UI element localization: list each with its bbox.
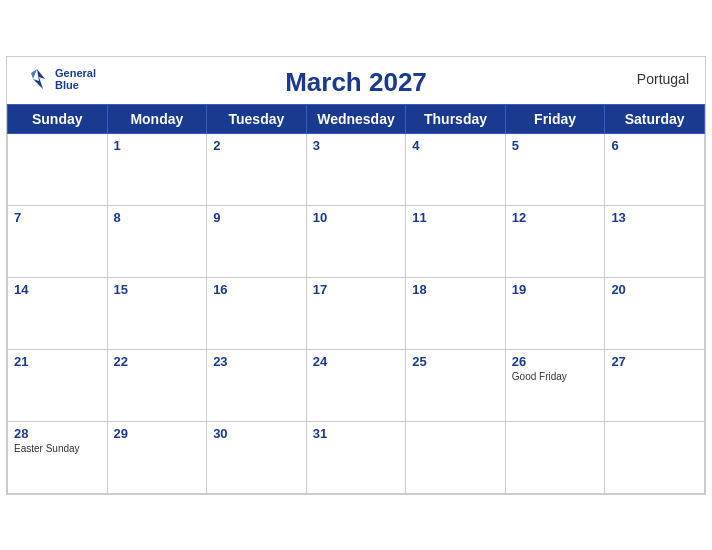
calendar-day-cell: [605, 421, 705, 493]
calendar-day-cell: 14: [8, 277, 108, 349]
day-number: 15: [114, 282, 201, 297]
day-number: 2: [213, 138, 300, 153]
day-number: 4: [412, 138, 499, 153]
col-monday: Monday: [107, 104, 207, 133]
calendar-day-cell: 7: [8, 205, 108, 277]
calendar-day-cell: 11: [406, 205, 506, 277]
calendar-week-row: 123456: [8, 133, 705, 205]
calendar-day-cell: 21: [8, 349, 108, 421]
calendar-day-cell: 23: [207, 349, 307, 421]
day-number: 13: [611, 210, 698, 225]
calendar-day-cell: 29: [107, 421, 207, 493]
logo-bird-icon: [23, 65, 51, 93]
day-number: 20: [611, 282, 698, 297]
day-number: 30: [213, 426, 300, 441]
day-number: 12: [512, 210, 599, 225]
calendar-day-cell: 5: [505, 133, 605, 205]
day-number: 28: [14, 426, 101, 441]
calendar-day-cell: 12: [505, 205, 605, 277]
col-tuesday: Tuesday: [207, 104, 307, 133]
calendar-week-row: 14151617181920: [8, 277, 705, 349]
col-saturday: Saturday: [605, 104, 705, 133]
calendar-day-cell: 26Good Friday: [505, 349, 605, 421]
logo-text: General Blue: [55, 67, 96, 91]
day-number: 31: [313, 426, 400, 441]
calendar-day-cell: 22: [107, 349, 207, 421]
day-number: 8: [114, 210, 201, 225]
calendar-week-row: 78910111213: [8, 205, 705, 277]
calendar-day-cell: 1: [107, 133, 207, 205]
day-number: 11: [412, 210, 499, 225]
day-number: 26: [512, 354, 599, 369]
calendar-day-cell: 10: [306, 205, 406, 277]
calendar-day-cell: 13: [605, 205, 705, 277]
calendar-day-cell: 31: [306, 421, 406, 493]
calendar-day-cell: 8: [107, 205, 207, 277]
col-thursday: Thursday: [406, 104, 506, 133]
day-number: 24: [313, 354, 400, 369]
weekday-header-row: Sunday Monday Tuesday Wednesday Thursday…: [8, 104, 705, 133]
calendar-week-row: 28Easter Sunday293031: [8, 421, 705, 493]
day-number: 21: [14, 354, 101, 369]
calendar-day-cell: [505, 421, 605, 493]
country-label: Portugal: [637, 71, 689, 87]
calendar-day-cell: 4: [406, 133, 506, 205]
logo: General Blue: [23, 65, 96, 93]
day-number: 17: [313, 282, 400, 297]
calendar-container: General Blue March 2027 Portugal Sunday …: [6, 56, 706, 495]
day-number: 5: [512, 138, 599, 153]
day-number: 29: [114, 426, 201, 441]
calendar-week-row: 212223242526Good Friday27: [8, 349, 705, 421]
calendar-day-cell: 16: [207, 277, 307, 349]
calendar-day-cell: 2: [207, 133, 307, 205]
holiday-label: Good Friday: [512, 371, 599, 382]
calendar-day-cell: 20: [605, 277, 705, 349]
day-number: 1: [114, 138, 201, 153]
calendar-day-cell: 15: [107, 277, 207, 349]
col-sunday: Sunday: [8, 104, 108, 133]
day-number: 27: [611, 354, 698, 369]
calendar-day-cell: 3: [306, 133, 406, 205]
calendar-day-cell: 9: [207, 205, 307, 277]
day-number: 3: [313, 138, 400, 153]
col-friday: Friday: [505, 104, 605, 133]
calendar-day-cell: 28Easter Sunday: [8, 421, 108, 493]
calendar-day-cell: 24: [306, 349, 406, 421]
calendar-day-cell: 17: [306, 277, 406, 349]
calendar-day-cell: 25: [406, 349, 506, 421]
calendar-header: General Blue March 2027 Portugal: [7, 57, 705, 104]
calendar-day-cell: 19: [505, 277, 605, 349]
col-wednesday: Wednesday: [306, 104, 406, 133]
day-number: 18: [412, 282, 499, 297]
day-number: 9: [213, 210, 300, 225]
day-number: 25: [412, 354, 499, 369]
day-number: 16: [213, 282, 300, 297]
day-number: 19: [512, 282, 599, 297]
day-number: 23: [213, 354, 300, 369]
day-number: 7: [14, 210, 101, 225]
calendar-grid: Sunday Monday Tuesday Wednesday Thursday…: [7, 104, 705, 494]
calendar-day-cell: [406, 421, 506, 493]
calendar-title: March 2027: [285, 67, 427, 98]
holiday-label: Easter Sunday: [14, 443, 101, 454]
day-number: 22: [114, 354, 201, 369]
day-number: 6: [611, 138, 698, 153]
calendar-day-cell: 27: [605, 349, 705, 421]
calendar-day-cell: 6: [605, 133, 705, 205]
svg-marker-1: [31, 69, 37, 79]
calendar-day-cell: [8, 133, 108, 205]
calendar-day-cell: 18: [406, 277, 506, 349]
day-number: 14: [14, 282, 101, 297]
calendar-body: 1234567891011121314151617181920212223242…: [8, 133, 705, 493]
calendar-day-cell: 30: [207, 421, 307, 493]
day-number: 10: [313, 210, 400, 225]
